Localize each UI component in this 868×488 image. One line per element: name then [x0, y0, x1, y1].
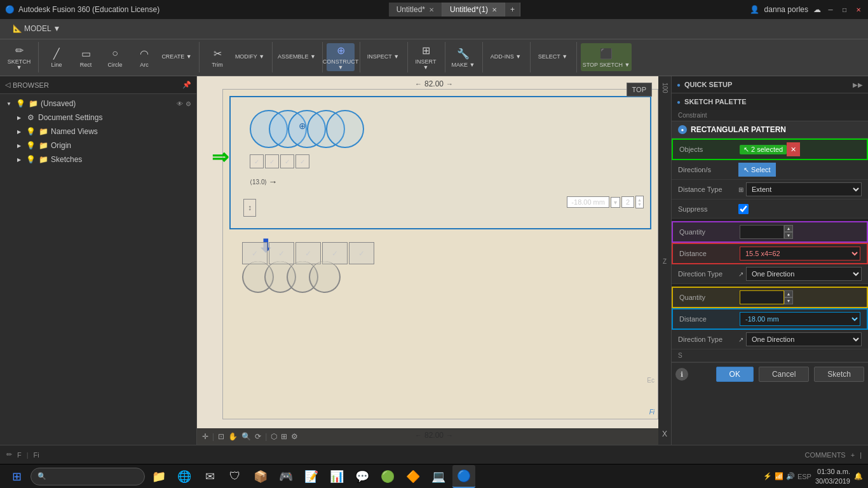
- cb-2[interactable]: ✓: [265, 154, 279, 168]
- tree-named-views[interactable]: ▶ 💡 📁 Named Views: [0, 125, 196, 139]
- create-label-btn[interactable]: CREATE ▼: [159, 43, 194, 71]
- canvas-area[interactable]: ← 82.00 → ⇒ ⊕: [197, 76, 671, 445]
- tab-close-2[interactable]: ✕: [492, 6, 497, 13]
- grid-icon[interactable]: ⊡: [218, 432, 224, 441]
- make-btn[interactable]: 🔧 MAKE ▼: [449, 43, 477, 71]
- cb-4[interactable]: ✓: [295, 154, 309, 168]
- trim-btn[interactable]: ✂ Trim: [203, 43, 231, 71]
- taskbar-app1[interactable]: 🟢: [376, 465, 399, 488]
- cb-1[interactable]: ✓: [250, 154, 264, 168]
- titlebar: 🔵 Autodesk Fusion 360 (Education License…: [0, 0, 868, 19]
- suppress-checkbox[interactable]: [738, 204, 749, 214]
- taskbar-word[interactable]: 📝: [300, 465, 323, 488]
- orbit-icon[interactable]: ⟳: [255, 432, 261, 441]
- taskbar-whatsapp[interactable]: 💬: [351, 465, 374, 488]
- circle-btn[interactable]: ○ Circle: [101, 43, 129, 71]
- sidebar-collapse-icon[interactable]: ◁: [5, 81, 10, 89]
- addins-btn[interactable]: ADD-INS ▼: [487, 43, 525, 71]
- status-fi-label: Fi: [34, 451, 39, 459]
- taskbar-mail[interactable]: ✉: [198, 465, 221, 488]
- status-sketch-icon: ✏: [6, 451, 12, 459]
- cancel-button[interactable]: Cancel: [759, 367, 809, 382]
- inspect-btn[interactable]: INSPECT ▼: [364, 43, 402, 71]
- cb-3[interactable]: ✓: [280, 154, 294, 168]
- sketch-button[interactable]: Sketch: [814, 367, 864, 382]
- canvas-qty-spinbox[interactable]: ▲ ▼: [635, 196, 644, 208]
- assemble-label-btn[interactable]: ASSEMBLE ▼: [276, 43, 317, 71]
- snap-icon[interactable]: ✛: [202, 432, 208, 441]
- quantity1-up[interactable]: ▲: [784, 225, 793, 232]
- canvas-measure-dropdown[interactable]: ▾: [611, 197, 620, 208]
- quantity2-up[interactable]: ▲: [784, 290, 793, 297]
- tree-settings-icon[interactable]: ⚙: [186, 100, 191, 107]
- info-icon[interactable]: ℹ: [675, 368, 688, 381]
- browser-pin-icon[interactable]: 📌: [182, 81, 191, 89]
- tree-root[interactable]: ▼ 💡 📁 (Unsaved) 👁 ⚙: [0, 97, 196, 111]
- taskbar-store[interactable]: 📦: [249, 465, 272, 488]
- quick-setup-header[interactable]: ● QUICK SETUP ▶▶: [672, 76, 868, 93]
- taskbar-search[interactable]: 🔍: [31, 468, 145, 485]
- tab-close-1[interactable]: ✕: [429, 6, 434, 13]
- grid2-icon[interactable]: ⊞: [281, 432, 287, 441]
- taskbar-file-explorer[interactable]: 📁: [147, 465, 170, 488]
- taskbar-app3[interactable]: 💻: [427, 465, 450, 488]
- btm-circles: [242, 261, 374, 299]
- canvas-measure-input[interactable]: -18.00 mm: [567, 196, 609, 208]
- settings2-icon[interactable]: ⚙: [291, 432, 298, 441]
- tree-doc-settings[interactable]: ▶ ⚙ Document Settings: [0, 111, 196, 125]
- taskbar-defender[interactable]: 🛡: [224, 465, 247, 488]
- construct-btn[interactable]: ⊕ CONSTRUCT ▼: [327, 43, 355, 71]
- ok-button[interactable]: OK: [716, 367, 754, 382]
- quantity2-down[interactable]: ▼: [784, 297, 793, 304]
- taskbar-app2[interactable]: 🔶: [402, 465, 424, 488]
- taskbar-datetime[interactable]: 01:30 a.m. 30/03/2019: [815, 467, 850, 485]
- taskbar-edge[interactable]: 🌐: [173, 465, 196, 488]
- hand-icon[interactable]: ✋: [228, 432, 238, 441]
- tree-eye-icon[interactable]: 👁: [177, 100, 183, 107]
- distance-type-select[interactable]: Extent: [746, 182, 862, 196]
- tab-new[interactable]: +: [505, 3, 520, 17]
- distance1-select[interactable]: 15.5 x4=62: [740, 247, 860, 261]
- display-icon[interactable]: ⬡: [271, 432, 277, 441]
- taskbar-fusion[interactable]: 🔵: [452, 465, 475, 488]
- modify-label-btn[interactable]: MODIFY ▼: [233, 43, 267, 71]
- select-btn[interactable]: SELECT ▼: [534, 43, 571, 71]
- directions-row: Direction/s ↖ Select: [672, 160, 868, 180]
- arc-btn[interactable]: ◠ Arc: [130, 43, 158, 71]
- distance2-select[interactable]: -18.00 mm: [740, 312, 860, 326]
- quantity1-down[interactable]: ▼: [784, 232, 793, 239]
- close-button[interactable]: ✕: [854, 5, 863, 14]
- quantity2-input[interactable]: 2: [740, 290, 784, 304]
- objects-clear-button[interactable]: ✕: [787, 142, 800, 156]
- status-add-comment[interactable]: +: [851, 451, 855, 459]
- zoom-icon[interactable]: 🔍: [241, 432, 251, 441]
- menu-model[interactable]: 📐 MODEL ▼: [6, 22, 67, 36]
- insert-btn[interactable]: ⊞ INSERT ▼: [412, 43, 440, 71]
- finish-sketch-btn[interactable]: ✏ SKETCH ▼: [5, 43, 33, 71]
- tree-origin[interactable]: ▶ 💡 📁 Origin: [0, 139, 196, 152]
- tab-untitled[interactable]: Untitled* ✕: [389, 3, 442, 17]
- stop-sketch-btn[interactable]: ⬛ STOP SKETCH ▼: [581, 43, 632, 71]
- maximize-button[interactable]: □: [840, 5, 849, 14]
- direction-type2-select[interactable]: One Direction: [746, 332, 862, 346]
- quick-setup-collapse[interactable]: ▶▶: [853, 81, 863, 88]
- canvas-qty-input[interactable]: 2: [621, 196, 634, 208]
- quantity1-input[interactable]: 5: [740, 225, 784, 239]
- start-button[interactable]: ⊞: [5, 467, 28, 486]
- view-cube-top[interactable]: TOP: [627, 83, 652, 97]
- tab-untitled-1[interactable]: Untitled*(1) ✕: [442, 3, 505, 17]
- minimize-button[interactable]: ─: [826, 5, 835, 14]
- tree-sketches[interactable]: ▶ 💡 📁 Sketches: [0, 152, 196, 166]
- select-button[interactable]: ↖ Select: [738, 163, 776, 177]
- system-icons: ⚡ 📶 🔊 ESP: [763, 472, 811, 480]
- sketch-palette-header[interactable]: ● SKETCH PALETTE: [672, 93, 868, 110]
- rect-btn[interactable]: ▭ Rect: [72, 43, 100, 71]
- direction-type1-select[interactable]: One Direction: [746, 267, 862, 281]
- panel-footer: ℹ OK Cancel Sketch: [672, 362, 868, 386]
- line-btn[interactable]: ╱ Line: [43, 43, 71, 71]
- notification-icon[interactable]: 🔔: [854, 472, 863, 480]
- distance2-label: Distance: [679, 315, 740, 323]
- taskbar-excel[interactable]: 📊: [325, 465, 348, 488]
- taskbar-xbox[interactable]: 🎮: [275, 465, 297, 488]
- sketch-workspace[interactable]: ⇒ ⊕ ✓ ✓ ✓ ✓: [222, 89, 658, 419]
